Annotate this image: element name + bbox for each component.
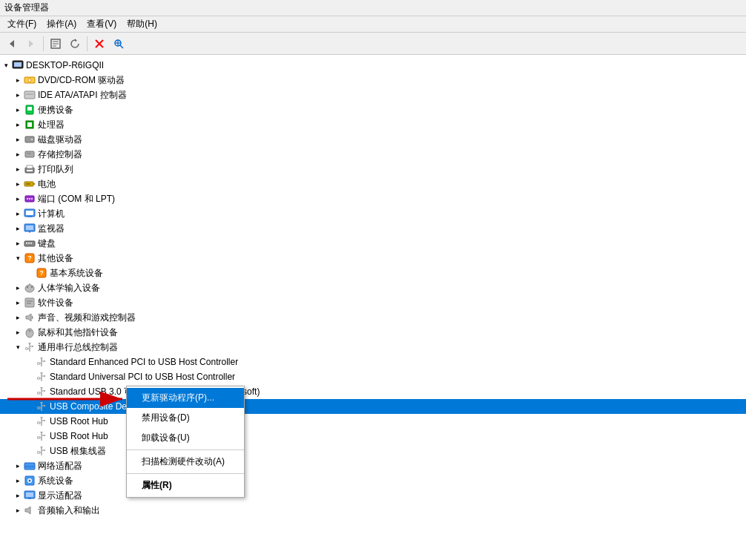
back-button[interactable] [3, 35, 21, 53]
tree-item[interactable]: ▸ 鼠标和其他指针设备 [0, 325, 746, 340]
toggle[interactable]: ▸ [12, 163, 24, 175]
context-menu-item[interactable]: 扫描检测硬件改动(A) [127, 452, 244, 472]
subitem-icon [36, 386, 47, 398]
refresh-button[interactable] [66, 35, 84, 53]
toggle[interactable]: ▸ [12, 460, 24, 472]
tree-item[interactable]: ▸ 网络适配器 [0, 458, 746, 473]
tree-item[interactable]: ▸ DVD/CD-ROM 驱动器 [0, 73, 746, 88]
tree-item[interactable]: ▸ 系统设备 [0, 473, 746, 488]
context-menu-item[interactable]: 属性(R) [127, 475, 244, 495]
properties-button[interactable] [47, 35, 65, 53]
tree-subitem[interactable]: USB 根集线器 [0, 444, 746, 458]
tree-item[interactable]: ▸ 显示适配器 [0, 488, 746, 503]
tree-item[interactable]: ▸ 键盘 [0, 236, 746, 251]
context-menu-item[interactable]: 禁用设备(D) [127, 408, 244, 428]
tree-subitem[interactable]: ? 基本系统设备 [0, 266, 746, 280]
item-icon: ? [24, 252, 36, 264]
svg-rect-72 [44, 360, 45, 362]
toggle[interactable] [24, 445, 36, 457]
forward-button[interactable] [22, 35, 40, 53]
tree-subitem[interactable]: USB Root Hub [0, 414, 746, 429]
toggle[interactable]: ▾ [12, 341, 24, 353]
toggle[interactable]: ▸ [12, 297, 24, 309]
tree-subitem[interactable]: USB Root Hub [0, 429, 746, 444]
tree-subitem[interactable]: Standard Enhanced PCI to USB Host Contro… [0, 355, 746, 369]
svg-rect-66 [32, 346, 33, 347]
item-icon [24, 504, 36, 516]
item-icon [24, 237, 36, 249]
toggle[interactable] [24, 430, 36, 442]
toggle[interactable] [24, 371, 36, 383]
svg-text:?: ? [27, 254, 32, 262]
svg-rect-78 [44, 375, 45, 377]
item-icon [24, 178, 36, 190]
toggle[interactable]: ▾ [12, 252, 24, 264]
tree-item[interactable]: ▸ 电池 [0, 177, 746, 191]
context-menu-item[interactable]: 卸载设备(U) [127, 428, 244, 448]
subitem-icon [36, 356, 47, 368]
item-label: 打印队列 [38, 163, 73, 176]
toggle[interactable]: ▸ [12, 326, 24, 338]
tree-subitem[interactable]: Standard Universal PCI to USB Host Contr… [0, 369, 746, 384]
tree-item[interactable]: ▸ 便携设备 [0, 102, 746, 117]
tree-item[interactable]: ▸ 端口 (COM 和 LPT) [0, 191, 746, 206]
tree-root[interactable]: ▾ DESKTOP-R6IGQII [0, 58, 746, 73]
svg-line-10 [120, 45, 123, 48]
tree-item[interactable]: ▸ 处理器 [0, 117, 746, 132]
toggle[interactable] [24, 415, 36, 427]
tree-item[interactable]: ▸ 监视器 [0, 221, 746, 236]
toggle[interactable]: ▸ [12, 490, 24, 501]
tree-item[interactable]: ▸ 存储控制器 [0, 147, 746, 162]
toggle[interactable]: ▸ [12, 148, 24, 160]
tree-item[interactable]: ▸ 软件设备 [0, 295, 746, 310]
tree-item[interactable]: ▸ 人体学输入设备 [0, 280, 746, 295]
tree-item[interactable]: ▸ 声音、视频和游戏控制器 [0, 310, 746, 325]
item-label: 计算机 [38, 208, 65, 220]
toggle[interactable]: ▸ [12, 282, 24, 294]
toggle[interactable] [24, 356, 36, 368]
tree-item[interactable]: ▸ 音频输入和输出 [0, 503, 746, 518]
toggle[interactable]: ▸ [12, 504, 24, 516]
context-menu-item[interactable]: 更新驱动程序(P)... [127, 388, 244, 408]
toggle[interactable]: ▸ [12, 178, 24, 190]
svg-point-110 [38, 452, 40, 454]
tree-subitem[interactable]: USB Composite Device [0, 399, 746, 414]
toggle[interactable]: ▸ [12, 223, 24, 234]
item-label: 显示适配器 [38, 490, 82, 502]
remove-button[interactable] [90, 35, 108, 53]
toggle[interactable]: ▸ [12, 475, 24, 487]
menu-action[interactable]: 操作(A) [42, 16, 81, 32]
toggle[interactable] [24, 401, 36, 412]
device-tree[interactable]: ▾ DESKTOP-R6IGQII ▸ DVD/CD-ROM 驱动器 ▸ IDE… [0, 55, 746, 560]
item-label: 音频输入和输出 [38, 504, 100, 517]
menu-file[interactable]: 文件(F) [3, 16, 41, 32]
toggle[interactable]: ▸ [12, 119, 24, 131]
toggle[interactable]: ▸ [12, 104, 24, 116]
svg-rect-29 [27, 170, 33, 171]
menu-help[interactable]: 帮助(H) [122, 16, 162, 32]
tree-item[interactable]: ▾ ? 其他设备 [0, 251, 746, 266]
tree-item[interactable]: ▾ 通用串行总线控制器 [0, 340, 746, 355]
root-toggle[interactable]: ▾ [0, 59, 12, 71]
svg-marker-6 [75, 39, 77, 42]
tree-item[interactable]: ▸ 磁盘驱动器 [0, 132, 746, 147]
toggle[interactable]: ▸ [12, 193, 24, 205]
toggle[interactable]: ▸ [12, 312, 24, 323]
context-menu-separator [127, 449, 244, 450]
svg-marker-1 [29, 40, 33, 47]
tree-subitem[interactable]: Standard USB 3.0 可扩展主机控制器 - 1.0 (Microso… [0, 384, 746, 399]
toggle[interactable]: ▸ [12, 74, 24, 86]
tree-item[interactable]: ▸ IDE ATA/ATAPI 控制器 [0, 88, 746, 102]
toggle[interactable] [24, 267, 36, 279]
scan-button[interactable] [110, 35, 128, 53]
toggle[interactable] [24, 386, 36, 398]
toggle[interactable]: ▸ [12, 208, 24, 220]
menu-view[interactable]: 查看(V) [82, 16, 121, 32]
toggle[interactable]: ▸ [12, 237, 24, 249]
tree-item[interactable]: ▸ 打印队列 [0, 162, 746, 177]
toggle[interactable]: ▸ [12, 89, 24, 101]
toggle[interactable]: ▸ [12, 134, 24, 145]
tree-item[interactable]: ▸ 计算机 [0, 206, 746, 221]
item-label: 其他设备 [38, 252, 73, 265]
svg-marker-119 [25, 507, 30, 514]
